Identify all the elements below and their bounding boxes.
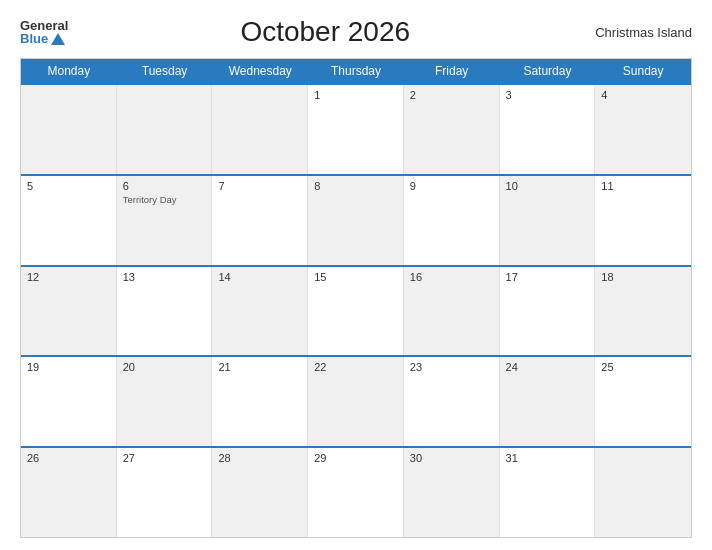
cal-cell: 4 — [595, 85, 691, 174]
cal-cell: 17 — [500, 267, 596, 356]
day-number: 5 — [27, 180, 110, 192]
calendar-week-4: 19202122232425 — [21, 355, 691, 446]
cal-cell: 14 — [212, 267, 308, 356]
cal-cell: 3 — [500, 85, 596, 174]
cal-cell: 9 — [404, 176, 500, 265]
cal-cell: 1 — [308, 85, 404, 174]
cal-cell: 5 — [21, 176, 117, 265]
day-number: 30 — [410, 452, 493, 464]
day-number: 12 — [27, 271, 110, 283]
day-number: 10 — [506, 180, 589, 192]
col-header-saturday: Saturday — [500, 59, 596, 83]
calendar-week-1: 1234 — [21, 83, 691, 174]
calendar-body: 123456Territory Day789101112131415161718… — [21, 83, 691, 537]
cal-cell: 22 — [308, 357, 404, 446]
cal-cell — [21, 85, 117, 174]
location-label: Christmas Island — [582, 25, 692, 40]
event-label: Territory Day — [123, 194, 206, 205]
day-number: 8 — [314, 180, 397, 192]
col-header-tuesday: Tuesday — [117, 59, 213, 83]
cal-cell: 2 — [404, 85, 500, 174]
cal-cell: 16 — [404, 267, 500, 356]
cal-cell: 11 — [595, 176, 691, 265]
col-header-thursday: Thursday — [308, 59, 404, 83]
col-header-friday: Friday — [404, 59, 500, 83]
logo-triangle-icon — [51, 33, 65, 45]
cal-cell: 7 — [212, 176, 308, 265]
calendar-week-3: 12131415161718 — [21, 265, 691, 356]
day-number: 22 — [314, 361, 397, 373]
col-header-sunday: Sunday — [595, 59, 691, 83]
cal-cell: 27 — [117, 448, 213, 537]
calendar-title: October 2026 — [68, 16, 582, 48]
cal-cell: 30 — [404, 448, 500, 537]
calendar-week-2: 56Territory Day7891011 — [21, 174, 691, 265]
day-number: 14 — [218, 271, 301, 283]
day-number: 19 — [27, 361, 110, 373]
day-number: 15 — [314, 271, 397, 283]
cal-cell: 18 — [595, 267, 691, 356]
cal-cell: 6Territory Day — [117, 176, 213, 265]
day-number: 3 — [506, 89, 589, 101]
day-number: 13 — [123, 271, 206, 283]
cal-cell: 8 — [308, 176, 404, 265]
day-number: 6 — [123, 180, 206, 192]
logo: General Blue — [20, 19, 68, 45]
day-number: 4 — [601, 89, 685, 101]
cal-cell — [595, 448, 691, 537]
day-number: 29 — [314, 452, 397, 464]
logo-blue-text: Blue — [20, 32, 65, 45]
day-number: 27 — [123, 452, 206, 464]
col-header-monday: Monday — [21, 59, 117, 83]
day-number: 25 — [601, 361, 685, 373]
day-number: 23 — [410, 361, 493, 373]
cal-cell: 28 — [212, 448, 308, 537]
day-number: 7 — [218, 180, 301, 192]
cal-cell: 21 — [212, 357, 308, 446]
cal-cell: 19 — [21, 357, 117, 446]
cal-cell: 23 — [404, 357, 500, 446]
day-number: 21 — [218, 361, 301, 373]
header: General Blue October 2026 Christmas Isla… — [20, 16, 692, 48]
day-number: 2 — [410, 89, 493, 101]
day-number: 1 — [314, 89, 397, 101]
cal-cell: 15 — [308, 267, 404, 356]
cal-cell: 13 — [117, 267, 213, 356]
day-number: 16 — [410, 271, 493, 283]
day-number: 9 — [410, 180, 493, 192]
cal-cell: 26 — [21, 448, 117, 537]
cal-cell: 29 — [308, 448, 404, 537]
day-number: 18 — [601, 271, 685, 283]
calendar-header: MondayTuesdayWednesdayThursdayFridaySatu… — [21, 59, 691, 83]
cal-cell: 24 — [500, 357, 596, 446]
calendar: MondayTuesdayWednesdayThursdayFridaySatu… — [20, 58, 692, 538]
cal-cell — [212, 85, 308, 174]
day-number: 20 — [123, 361, 206, 373]
cal-cell: 20 — [117, 357, 213, 446]
day-number: 26 — [27, 452, 110, 464]
day-number: 17 — [506, 271, 589, 283]
cal-cell: 31 — [500, 448, 596, 537]
day-number: 24 — [506, 361, 589, 373]
day-number: 31 — [506, 452, 589, 464]
page: General Blue October 2026 Christmas Isla… — [0, 0, 712, 550]
cal-cell: 10 — [500, 176, 596, 265]
cal-cell — [117, 85, 213, 174]
cal-cell: 25 — [595, 357, 691, 446]
cal-cell: 12 — [21, 267, 117, 356]
col-header-wednesday: Wednesday — [212, 59, 308, 83]
day-number: 28 — [218, 452, 301, 464]
day-number: 11 — [601, 180, 685, 192]
calendar-week-5: 262728293031 — [21, 446, 691, 537]
